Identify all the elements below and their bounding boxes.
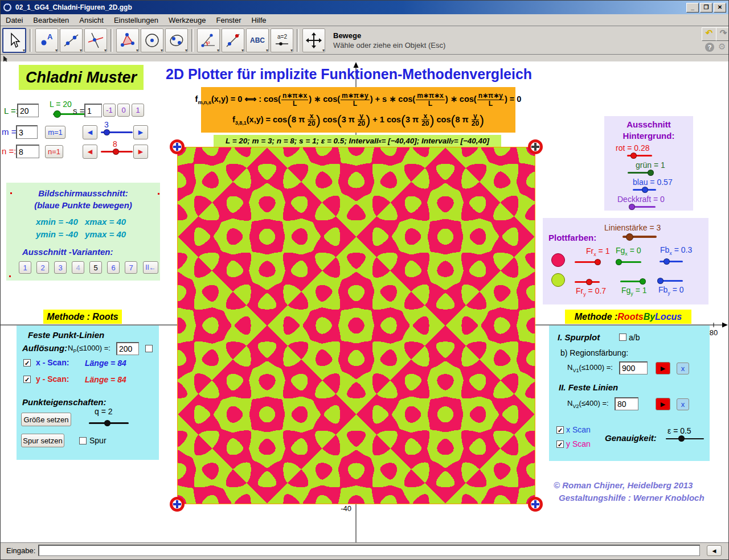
close-button[interactable]: ✕ bbox=[714, 3, 726, 13]
menu-ansicht[interactable]: Ansicht bbox=[74, 15, 109, 26]
nv1-input[interactable] bbox=[619, 361, 648, 374]
locus-yscan-checkbox[interactable]: ✓ bbox=[556, 440, 564, 448]
np-input[interactable] bbox=[116, 342, 139, 355]
tool-transform-button[interactable]: ▾ bbox=[222, 28, 244, 52]
dropdown-icon[interactable]: ▾ bbox=[55, 48, 58, 53]
help-button[interactable]: ? bbox=[705, 43, 714, 52]
dropdown-icon[interactable]: ▾ bbox=[23, 48, 25, 53]
variant-3-button[interactable]: 3 bbox=[54, 261, 67, 274]
dropdown-icon[interactable]: ▾ bbox=[266, 48, 268, 53]
variant-7-button[interactable]: 7 bbox=[125, 261, 137, 274]
red-slider-knob[interactable] bbox=[630, 153, 637, 159]
plot-corner-handle-topright[interactable] bbox=[528, 139, 543, 154]
m-set-button[interactable]: m=1 bbox=[45, 126, 65, 139]
dropdown-icon[interactable]: ▾ bbox=[104, 48, 107, 53]
epsilon-slider-track[interactable] bbox=[666, 438, 704, 439]
dropdown-icon[interactable]: ▾ bbox=[161, 48, 163, 53]
fbx-slider-knob[interactable] bbox=[664, 258, 670, 265]
m-input[interactable] bbox=[16, 125, 38, 139]
anchor-point[interactable] bbox=[158, 193, 159, 195]
input-history-button[interactable]: ◀ bbox=[707, 545, 722, 556]
yscan-checkbox[interactable]: ✓ bbox=[23, 376, 31, 383]
tool-point-button[interactable]: A ▾ bbox=[35, 28, 58, 52]
s-plus1-button[interactable]: 1 bbox=[132, 104, 144, 117]
m-increase-button[interactable]: ▶ bbox=[133, 125, 148, 139]
restore-button[interactable]: ❐ bbox=[700, 3, 712, 13]
q-slider-knob[interactable] bbox=[104, 420, 110, 426]
set-size-button[interactable]: Größe setzen bbox=[21, 413, 71, 426]
dropdown-icon[interactable]: ▾ bbox=[241, 48, 244, 53]
menu-einstellungen[interactable]: Einstellungen bbox=[109, 15, 163, 26]
n-increase-button[interactable]: ▶ bbox=[133, 145, 148, 159]
m-decrease-button[interactable]: ◀ bbox=[83, 125, 97, 139]
L-slider-knob[interactable] bbox=[54, 110, 61, 118]
dropdown-icon[interactable]: ▾ bbox=[290, 48, 293, 53]
green-slider-knob[interactable] bbox=[648, 170, 654, 176]
trace-checkbox[interactable]: ✓ bbox=[79, 437, 87, 444]
xscan-checkbox[interactable]: ✓ bbox=[23, 359, 31, 367]
opacity-slider-knob[interactable] bbox=[629, 204, 635, 210]
variant-6-button[interactable]: 6 bbox=[107, 261, 120, 274]
tool-polygon-button[interactable]: ▾ bbox=[116, 28, 139, 52]
tool-special-line-button[interactable]: ▾ bbox=[84, 28, 107, 52]
menu-fenster[interactable]: Fenster bbox=[211, 15, 246, 26]
y-color-swatch[interactable] bbox=[551, 273, 565, 287]
s-minus1-button[interactable]: -1 bbox=[103, 104, 116, 117]
fby-slider-knob[interactable] bbox=[657, 278, 664, 284]
dropdown-icon[interactable]: ▾ bbox=[136, 48, 138, 53]
plot-corner-handle-topleft[interactable] bbox=[170, 139, 185, 154]
variant-5-button[interactable]: 5 bbox=[89, 261, 102, 274]
title-bar[interactable]: 02_1_GG4_Chladni-Figuren_2D.ggb _ ❐ ✕ bbox=[1, 1, 729, 14]
menu-werkzeuge[interactable]: Werkzeuge bbox=[163, 15, 211, 26]
graphics-view[interactable]: 40 -40 80 Chladni Muster L =: L = 20 s =… bbox=[1, 61, 729, 542]
variant-1-button[interactable]: 1 bbox=[19, 261, 31, 274]
tool-slider-button[interactable]: a=2 ▾ bbox=[271, 28, 293, 52]
variant-reset-button[interactable]: II← bbox=[143, 261, 158, 274]
set-trace-button[interactable]: Spur setzen bbox=[21, 434, 64, 447]
tool-line-button[interactable]: ▾ bbox=[60, 28, 83, 52]
np-checkbox[interactable]: ✓ bbox=[145, 345, 153, 352]
anchor-point[interactable] bbox=[10, 192, 12, 194]
tool-move-button[interactable]: ▾ bbox=[2, 28, 26, 53]
plot-corner-handle-bottomright[interactable] bbox=[528, 497, 543, 512]
frx-slider-knob[interactable] bbox=[595, 259, 601, 265]
fgx-slider-knob[interactable] bbox=[616, 259, 622, 265]
s-zero-button[interactable]: 0 bbox=[117, 104, 130, 117]
n-set-button[interactable]: n=1 bbox=[45, 145, 63, 158]
dropdown-icon[interactable]: ▾ bbox=[217, 48, 219, 53]
plot-corner-handle-bottomleft[interactable] bbox=[170, 497, 185, 512]
linewidth-slider-knob[interactable] bbox=[626, 233, 633, 241]
L-input[interactable] bbox=[17, 104, 39, 117]
nv1-run-button[interactable]: ▶ bbox=[656, 362, 670, 374]
m-slider-knob[interactable] bbox=[104, 129, 110, 135]
algebra-input[interactable] bbox=[38, 545, 700, 556]
chladni-pattern-canvas[interactable] bbox=[178, 147, 535, 504]
tool-text-button[interactable]: ABC ▾ bbox=[246, 28, 269, 52]
tool-move-graphics-button[interactable]: ▾ bbox=[302, 28, 325, 52]
fry-slider-knob[interactable] bbox=[586, 279, 592, 285]
redo-button[interactable]: ↷ bbox=[716, 27, 729, 41]
n-slider-knob[interactable] bbox=[113, 149, 119, 155]
epsilon-slider-knob[interactable] bbox=[678, 435, 685, 442]
blue-slider-knob[interactable] bbox=[642, 187, 648, 193]
dropdown-icon[interactable]: ▾ bbox=[322, 48, 325, 53]
anchor-point[interactable] bbox=[9, 275, 11, 277]
tool-angle-button[interactable]: α ▾ bbox=[197, 28, 220, 52]
dropdown-icon[interactable]: ▾ bbox=[185, 48, 187, 53]
menu-bearbeiten[interactable]: Bearbeiten bbox=[28, 15, 74, 26]
undo-button[interactable]: ↶ bbox=[702, 27, 716, 41]
s-input[interactable] bbox=[84, 104, 102, 117]
chladni-plot-region[interactable] bbox=[177, 147, 535, 504]
dropdown-icon[interactable]: ▾ bbox=[80, 48, 82, 53]
nv2-clear-button[interactable]: x bbox=[677, 398, 689, 410]
settings-button[interactable]: ⚙ bbox=[718, 42, 726, 52]
nv1-clear-button[interactable]: x bbox=[677, 363, 689, 374]
nv2-run-button[interactable]: ▶ bbox=[656, 398, 670, 410]
tool-conic-button[interactable]: ▾ bbox=[165, 28, 188, 52]
fgy-slider-knob[interactable] bbox=[640, 278, 646, 285]
menu-hilfe[interactable]: Hilfe bbox=[247, 15, 272, 26]
variant-2-button[interactable]: 2 bbox=[36, 261, 49, 274]
locus-xscan-checkbox[interactable]: ✓ bbox=[556, 426, 564, 434]
n-decrease-button[interactable]: ◀ bbox=[83, 145, 97, 159]
variant-4-button[interactable]: 4 bbox=[72, 261, 84, 274]
